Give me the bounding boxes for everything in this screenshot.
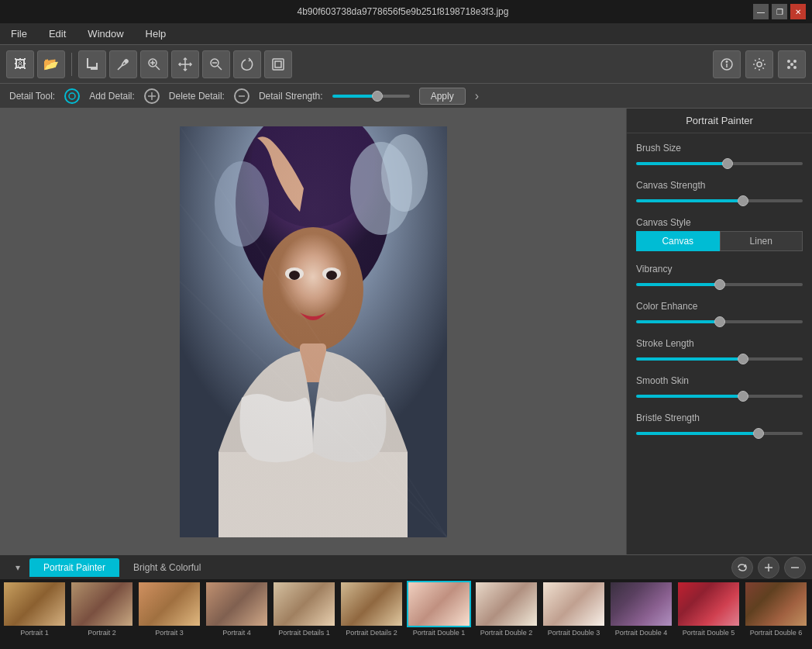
smooth-skin-slider[interactable] xyxy=(636,395,803,398)
filmstrip-item[interactable]: Portrait 3 xyxy=(136,581,202,647)
info-button[interactable] xyxy=(713,50,741,78)
menu-help[interactable]: Help xyxy=(141,26,171,41)
svg-rect-10 xyxy=(273,59,284,70)
filmstrip-item-label: Portrait 1 xyxy=(2,629,67,637)
close-button[interactable]: ✕ xyxy=(790,4,806,19)
maximize-button[interactable]: ❐ xyxy=(772,4,787,19)
zoom-in-button[interactable] xyxy=(140,50,168,78)
tab-left-arrow[interactable]: ▾ xyxy=(6,562,29,573)
filmstrip-item[interactable]: Portrait Double 3 xyxy=(541,581,607,647)
svg-point-38 xyxy=(215,161,269,247)
canvas-strength-label: Canvas Strength xyxy=(636,180,803,191)
minimize-button[interactable]: — xyxy=(753,4,769,19)
svg-point-15 xyxy=(757,62,762,67)
detail-strength-input[interactable] xyxy=(332,95,410,98)
bottom-tabs: ▾ Portrait Painter Bright & Colorful xyxy=(0,554,812,579)
filmstrip-item-label: Portrait 2 xyxy=(70,629,134,637)
bristle-strength-slider[interactable] xyxy=(636,432,803,435)
canvas-strength-slider[interactable] xyxy=(636,199,803,202)
move-button[interactable] xyxy=(171,50,199,78)
filmstrip-item-label: Portrait Double 4 xyxy=(609,629,673,637)
brush-size-label: Brush Size xyxy=(636,143,803,154)
settings-button[interactable] xyxy=(745,50,773,78)
title-bar: 4b90f603738da9778656f5e9b251f8198718e3f3… xyxy=(0,0,812,23)
crop-tool-button[interactable] xyxy=(78,50,106,78)
filmstrip-item[interactable]: Portrait Double 4 xyxy=(608,581,674,647)
filmstrip-item-label: Portrait 3 xyxy=(137,629,201,637)
tab-icon-refresh[interactable] xyxy=(731,557,753,578)
svg-point-17 xyxy=(793,60,797,63)
stroke-length-row: Stroke Length xyxy=(636,338,803,363)
menu-bar: File Edit Window Help xyxy=(0,23,812,45)
main-image xyxy=(180,126,447,537)
pen-tool-button[interactable] xyxy=(109,50,137,78)
svg-point-0 xyxy=(125,60,128,63)
toolbar: 🖼 📂 xyxy=(6,50,710,78)
effects-button[interactable] xyxy=(778,50,806,78)
vibrancy-slider[interactable] xyxy=(636,283,803,286)
stroke-length-label: Stroke Length xyxy=(636,338,803,349)
filmstrip-item[interactable]: Portrait 4 xyxy=(204,581,270,647)
apply-button[interactable]: Apply xyxy=(419,88,466,105)
add-detail-icon xyxy=(144,88,160,104)
filmstrip-item-label: Portrait Double 6 xyxy=(744,629,808,637)
delete-detail-label: Delete Detail: xyxy=(169,91,225,102)
tab-icon-minus[interactable] xyxy=(784,557,806,578)
right-panel: Portrait Painter Brush Size Canvas Stren… xyxy=(626,109,812,554)
add-detail-label: Add Detail: xyxy=(89,91,135,102)
canvas-strength-row: Canvas Strength xyxy=(636,180,803,205)
filmstrip-item[interactable]: Portrait Details 1 xyxy=(271,581,337,647)
bright-colorful-tab[interactable]: Bright & Colorful xyxy=(119,558,215,577)
brush-size-slider[interactable] xyxy=(636,162,803,165)
filmstrip-item[interactable]: Portrait Double 6 xyxy=(743,581,809,647)
menu-edit[interactable]: Edit xyxy=(44,26,71,41)
canvas-button[interactable]: Canvas xyxy=(636,231,720,251)
filmstrip-item-label: Portrait Double 3 xyxy=(542,629,606,637)
menu-window[interactable]: Window xyxy=(83,26,128,41)
window-title: 4b90f603738da9778656f5e9b251f8198718e3f3… xyxy=(53,6,753,17)
photo-tool-button[interactable]: 🖼 xyxy=(6,50,34,78)
linen-button[interactable]: Linen xyxy=(720,231,803,251)
stroke-length-slider[interactable] xyxy=(636,357,803,361)
vibrancy-row: Vibrancy xyxy=(636,264,803,288)
expand-arrow-icon[interactable]: › xyxy=(475,89,479,103)
filmstrip-item[interactable]: Portrait Double 2 xyxy=(473,581,539,647)
filmstrip-item-label: Portrait Double 2 xyxy=(474,629,538,637)
filmstrip-item[interactable]: Portrait Double 1 xyxy=(406,581,472,647)
zoom-out-button[interactable] xyxy=(202,50,230,78)
filmstrip-item[interactable]: Portrait Double 5 xyxy=(676,581,741,647)
svg-line-2 xyxy=(156,66,160,70)
svg-point-16 xyxy=(787,60,790,63)
canvas-area xyxy=(0,109,626,554)
brush-size-row: Brush Size xyxy=(636,143,803,167)
svg-point-20 xyxy=(790,63,793,66)
smooth-skin-label: Smooth Skin xyxy=(636,375,803,386)
tab-icon-add[interactable] xyxy=(758,557,779,578)
canvas-style-row: Canvas Style Canvas Linen xyxy=(636,217,803,251)
color-enhance-slider[interactable] xyxy=(636,320,803,323)
detail-tool-label: Detail Tool: xyxy=(9,91,55,102)
vibrancy-label: Vibrancy xyxy=(636,264,803,274)
filmstrip-item-label: Portrait Double 1 xyxy=(407,629,471,637)
open-tool-button[interactable]: 📂 xyxy=(37,50,65,78)
fit-button[interactable] xyxy=(264,50,292,78)
bristle-strength-row: Bristle Strength xyxy=(636,413,803,437)
svg-point-37 xyxy=(381,134,428,212)
svg-rect-11 xyxy=(275,61,281,67)
color-enhance-label: Color Enhance xyxy=(636,301,803,312)
svg-point-21 xyxy=(69,93,75,99)
svg-point-19 xyxy=(793,66,797,69)
subtoolbar: Detail Tool: Add Detail: Delete Detail: … xyxy=(0,84,812,109)
menu-file[interactable]: File xyxy=(6,26,32,41)
filmstrip-item[interactable]: Portrait 1 xyxy=(2,581,67,647)
detail-tool-circle xyxy=(64,88,80,104)
canvas-style-label: Canvas Style xyxy=(636,217,803,228)
portrait-painter-tab[interactable]: Portrait Painter xyxy=(29,558,119,577)
filmstrip: Portrait 1Portrait 2Portrait 3Portrait 4… xyxy=(0,579,812,649)
rotate-button[interactable] xyxy=(233,50,261,78)
color-enhance-row: Color Enhance xyxy=(636,301,803,326)
filmstrip-item-label: Portrait Double 5 xyxy=(676,629,741,637)
filmstrip-item[interactable]: Portrait Details 2 xyxy=(339,581,404,647)
filmstrip-item[interactable]: Portrait 2 xyxy=(69,581,135,647)
panel-content: Brush Size Canvas Strength Canvas Style … xyxy=(627,133,812,554)
